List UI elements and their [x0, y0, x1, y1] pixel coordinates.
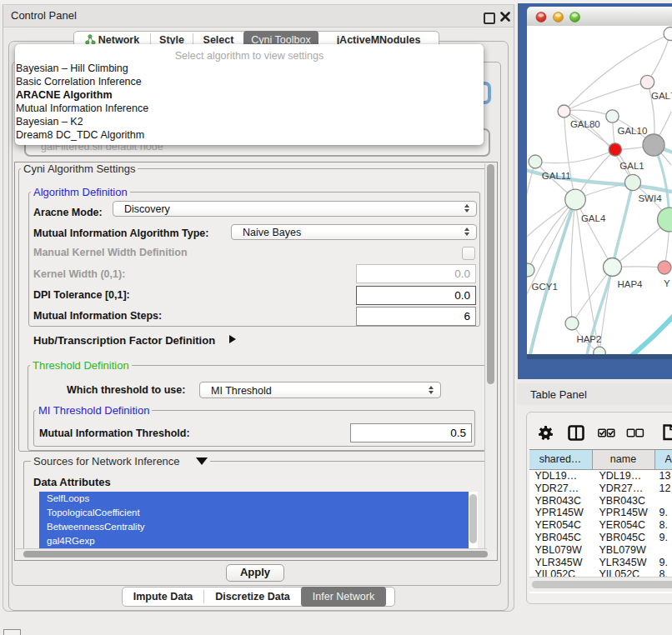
svg-text:SWI4: SWI4	[638, 193, 662, 203]
svg-text:GAL7: GAL7	[651, 91, 672, 101]
svg-text:GAL11: GAL11	[542, 171, 571, 181]
svg-text:GAL10: GAL10	[617, 126, 647, 136]
svg-text:GAL80: GAL80	[570, 119, 600, 129]
svg-text:HAP2: HAP2	[576, 334, 601, 344]
svg-text:Y: Y	[664, 278, 670, 288]
svg-text:GAL4: GAL4	[581, 213, 606, 223]
svg-text:GCY1: GCY1	[532, 282, 558, 292]
svg-text:GAL1: GAL1	[619, 161, 644, 171]
svg-text:HAP4: HAP4	[617, 279, 643, 289]
